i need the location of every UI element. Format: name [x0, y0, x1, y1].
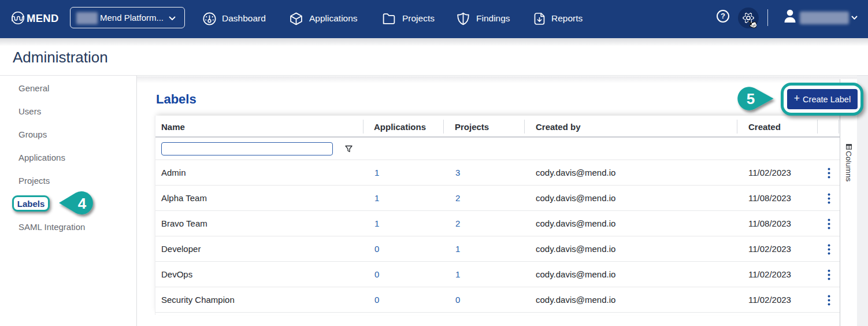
- svg-text:4: 4: [78, 195, 87, 212]
- svg-text:5: 5: [747, 90, 755, 108]
